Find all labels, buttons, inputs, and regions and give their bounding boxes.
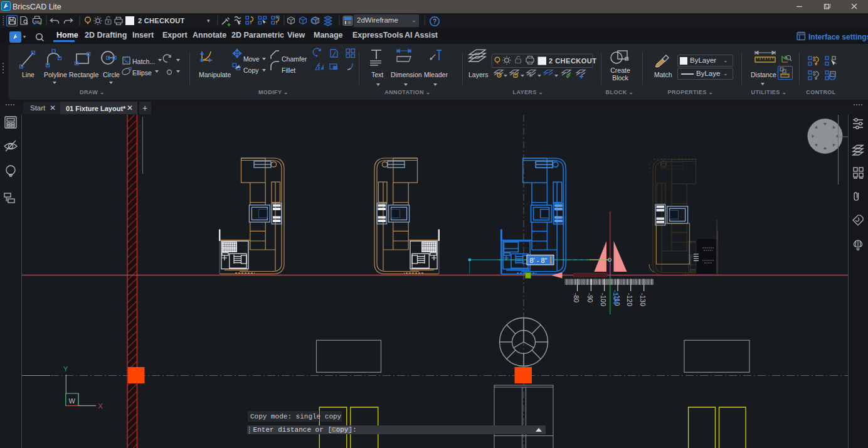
svg-text:Y: Y	[63, 365, 68, 373]
svg-text:-80: -80	[573, 293, 580, 302]
svg-text:?: ?	[433, 18, 437, 25]
svg-text:X: X	[98, 402, 103, 410]
svg-text:2 CHECKOUT: 2 CHECKOUT	[549, 57, 597, 65]
svg-text:-120: -120	[626, 293, 633, 306]
svg-text:-104: -104	[612, 290, 620, 305]
svg-text:8' - 8": 8' - 8"	[530, 257, 548, 264]
svg-text:W: W	[69, 397, 76, 405]
svg-text:-100: -100	[600, 293, 607, 306]
svg-text:-130: -130	[639, 293, 647, 306]
svg-text:-90: -90	[586, 293, 594, 302]
